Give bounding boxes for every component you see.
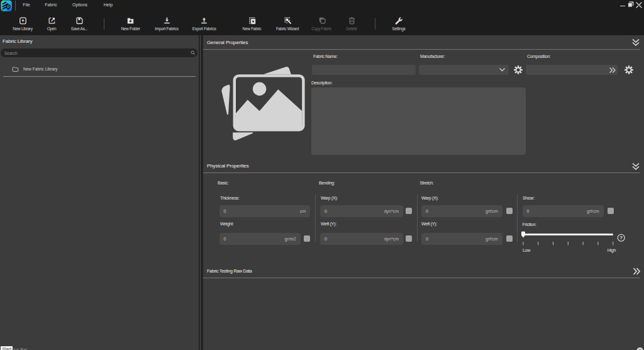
svg-text:?: ?	[619, 235, 623, 240]
